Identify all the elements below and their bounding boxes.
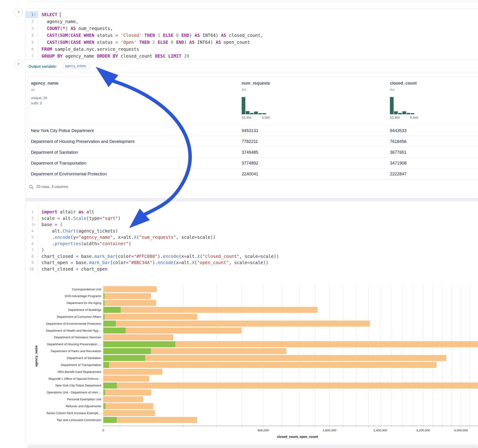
cell-divider bbox=[25, 72, 478, 72]
y-axis-label: Correspondence Unit bbox=[72, 288, 101, 291]
open-count-bar bbox=[103, 307, 121, 313]
open-count-bar bbox=[103, 348, 151, 354]
open-count-bar bbox=[103, 355, 145, 361]
open-count-bar bbox=[103, 328, 126, 333]
code-line: alt.Chart(agency_tickets) bbox=[42, 228, 118, 234]
code-line: scale = alt.Scale(type="sqrt") bbox=[42, 215, 121, 222]
code-token: ELSE bbox=[158, 40, 168, 45]
line-number[interactable]: 2 bbox=[25, 18, 38, 25]
code-token: alt. bbox=[187, 254, 197, 259]
code-token bbox=[118, 33, 121, 38]
code-token: = bbox=[126, 260, 128, 265]
table-row[interactable]: Department of Transportation377489234719… bbox=[28, 158, 478, 169]
code-token: = bbox=[70, 260, 73, 265]
line-number[interactable]: 6 bbox=[25, 46, 38, 53]
x-tick-label: 4,000,000 bbox=[454, 429, 468, 432]
table-row[interactable]: Department of Housing Preservation and D… bbox=[28, 136, 478, 147]
code-token: "#FFC080" bbox=[134, 254, 157, 259]
histogram-bar bbox=[254, 112, 258, 114]
y-axis-label: Department of Sanitation bbox=[67, 356, 101, 360]
line-number[interactable]: 8 bbox=[25, 253, 38, 260]
code-token: COUNT bbox=[47, 26, 60, 31]
column-header[interactable]: closed_count bbox=[390, 81, 417, 86]
code-token: X bbox=[134, 235, 136, 240]
table-row[interactable]: New York City Police Department945313194… bbox=[28, 125, 478, 136]
add-cell-button-middle[interactable]: + bbox=[14, 60, 23, 69]
add-cell-button-top[interactable]: + bbox=[14, 8, 23, 17]
code-token: END bbox=[182, 33, 189, 38]
code-token: = bbox=[121, 235, 123, 240]
table-row[interactable]: Department of Environmental Protection22… bbox=[28, 168, 478, 180]
code-token: = bbox=[131, 254, 134, 259]
code-token bbox=[173, 33, 176, 38]
gutter-separator bbox=[38, 205, 38, 274]
code-token: . bbox=[42, 241, 55, 246]
line-number[interactable]: 3∨ bbox=[25, 221, 38, 228]
code-token: ) bbox=[189, 33, 195, 38]
table-row[interactable]: Department of Sanitation37494853677651 bbox=[28, 147, 478, 158]
open-count-bar bbox=[103, 341, 175, 347]
code-token bbox=[168, 40, 171, 45]
previous-cell-bottom bbox=[25, 0, 478, 1]
line-number[interactable]: 7 bbox=[25, 53, 38, 59]
line-number[interactable]: 1 bbox=[25, 209, 38, 215]
line-number[interactable]: 5 bbox=[25, 234, 38, 241]
code-token: ( bbox=[57, 40, 60, 45]
column-header[interactable]: num_requests bbox=[242, 81, 270, 86]
code-token: (x bbox=[173, 260, 179, 265]
line-number-text: 10 bbox=[29, 267, 34, 271]
code-token: CASE bbox=[70, 33, 81, 38]
plus-icon: + bbox=[17, 9, 20, 15]
line-number[interactable]: 5 bbox=[25, 39, 38, 46]
y-axis-label: Department of Housing Preservation … bbox=[47, 342, 101, 346]
line-number[interactable]: 4 bbox=[25, 32, 38, 39]
histogram-bar bbox=[402, 111, 406, 114]
column-stat: unique: 20 bbox=[31, 96, 47, 100]
line-number[interactable]: 9 bbox=[25, 260, 38, 266]
y-axis-label: Department of Environmental Protection bbox=[46, 322, 101, 325]
code-token: ( bbox=[200, 254, 202, 259]
open-count-bar bbox=[103, 314, 104, 320]
code-token: "#8BC34A" bbox=[129, 260, 152, 265]
column-header[interactable]: agency_name bbox=[31, 81, 58, 86]
code-token: alt bbox=[84, 209, 94, 214]
code-line: base = ( bbox=[42, 221, 63, 228]
code-token: "closed_count" bbox=[202, 254, 239, 259]
code-token: ) bbox=[118, 216, 121, 221]
line-number[interactable]: 3 bbox=[25, 25, 38, 32]
line-number-text: 1 bbox=[31, 12, 34, 17]
code-token: , scale bbox=[229, 260, 247, 265]
code-token: AS bbox=[195, 33, 200, 38]
code-token bbox=[150, 40, 152, 45]
code-token: alt. bbox=[181, 260, 192, 265]
line-number[interactable]: 1∨ bbox=[25, 11, 38, 18]
output-variable-input[interactable]: agency_tickets bbox=[63, 63, 90, 69]
column-histogram bbox=[242, 97, 266, 114]
line-number-text: 4 bbox=[31, 229, 34, 233]
search-icon[interactable] bbox=[29, 185, 34, 190]
line-number[interactable]: 10 bbox=[25, 266, 38, 272]
line-number-text: 7 bbox=[31, 54, 34, 58]
code-token: CAST bbox=[47, 33, 57, 38]
code-token: ( bbox=[68, 33, 70, 38]
code-token: (color bbox=[115, 254, 131, 259]
histogram-bar bbox=[394, 111, 398, 114]
closed-count-bar bbox=[103, 403, 153, 409]
altair-layered-bar-chart: Correspondence UnitDHS Advantage Program… bbox=[25, 279, 478, 444]
closed-count-bar bbox=[103, 362, 436, 368]
code-token: FROM bbox=[42, 47, 52, 52]
code-token: (agency_tickets) bbox=[76, 228, 118, 233]
fold-chevron-icon[interactable]: ∨ bbox=[34, 223, 37, 226]
code-token: AS bbox=[221, 33, 226, 38]
code-token: = bbox=[247, 260, 250, 265]
line-number[interactable]: 7 bbox=[25, 247, 38, 253]
code-token: SUM bbox=[60, 40, 68, 45]
line-number[interactable]: 4 bbox=[25, 228, 38, 234]
fold-chevron-icon[interactable]: ∨ bbox=[34, 13, 37, 16]
code-token: ORDER BY bbox=[97, 53, 118, 59]
closed-count-bar bbox=[103, 286, 157, 292]
code-token: ( bbox=[137, 235, 139, 240]
line-number[interactable]: 6 bbox=[25, 241, 38, 247]
line-number[interactable]: 2 bbox=[25, 215, 38, 222]
table-cell: Department of Transportation bbox=[31, 161, 87, 166]
